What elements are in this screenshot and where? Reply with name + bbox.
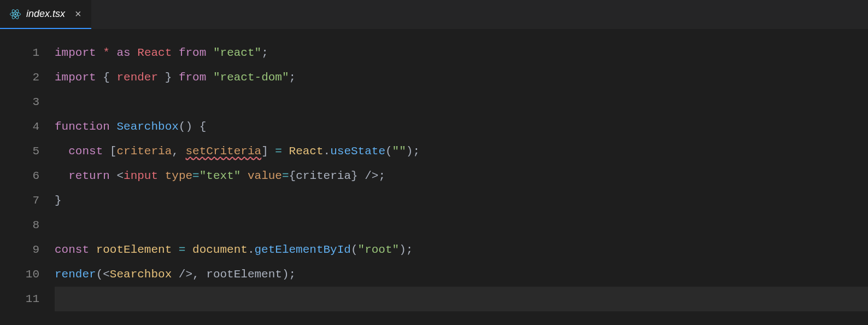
code-editor[interactable]: 1 2 3 4 5 6 7 8 9 10 11 import * as Reac… bbox=[0, 30, 868, 325]
line-number: 4 bbox=[0, 114, 39, 139]
code-line bbox=[55, 90, 868, 114]
line-numbers: 1 2 3 4 5 6 7 8 9 10 11 bbox=[0, 40, 55, 325]
code-line: } bbox=[55, 188, 868, 213]
code-line-current bbox=[55, 287, 868, 311]
line-number: 6 bbox=[0, 164, 39, 188]
line-number: 11 bbox=[0, 287, 39, 311]
line-number: 7 bbox=[0, 188, 39, 213]
line-number: 10 bbox=[0, 262, 39, 287]
tab-bar: index.tsx × bbox=[0, 0, 868, 30]
line-number: 5 bbox=[0, 139, 39, 164]
code-line: import * as React from "react"; bbox=[55, 40, 868, 65]
react-icon bbox=[10, 9, 21, 20]
line-number: 1 bbox=[0, 40, 39, 65]
code-line: return <input type="text" value={criteri… bbox=[55, 164, 868, 188]
code-area[interactable]: import * as React from "react"; import {… bbox=[55, 40, 868, 325]
line-number: 8 bbox=[0, 213, 39, 237]
code-line: const [criteria, setCriteria] = React.us… bbox=[55, 139, 868, 164]
code-line: function Searchbox() { bbox=[55, 114, 868, 139]
code-line: render(<Searchbox />, rootElement); bbox=[55, 262, 868, 287]
line-number: 9 bbox=[0, 237, 39, 262]
line-number: 3 bbox=[0, 90, 39, 114]
svg-point-0 bbox=[14, 13, 16, 15]
close-icon[interactable]: × bbox=[75, 8, 81, 20]
warning-squiggle: setCriteria bbox=[186, 145, 262, 158]
code-line bbox=[55, 213, 868, 237]
code-line: import { render } from "react-dom"; bbox=[55, 65, 868, 90]
tab-filename: index.tsx bbox=[26, 8, 65, 20]
code-line: const rootElement = document.getElementB… bbox=[55, 237, 868, 262]
tab-index-tsx[interactable]: index.tsx × bbox=[0, 0, 91, 29]
line-number: 2 bbox=[0, 65, 39, 90]
